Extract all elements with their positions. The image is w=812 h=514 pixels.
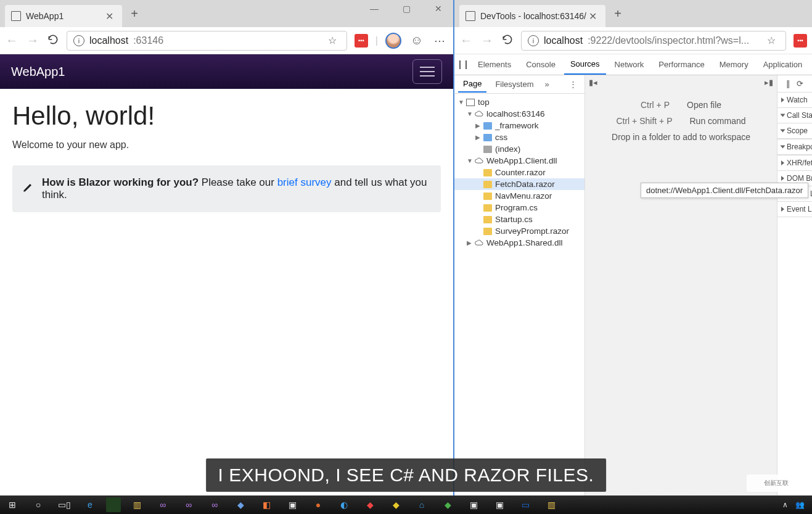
refresh-button[interactable] [501, 33, 514, 48]
more-subtabs-icon[interactable]: » [543, 80, 552, 89]
feedback-icon[interactable]: ☺ [409, 33, 425, 49]
tray-icon[interactable]: 👥 [795, 500, 805, 509]
tree-file[interactable]: SurveyPrompt.razor [454, 225, 584, 237]
back-button[interactable]: ← [5, 33, 18, 48]
page-icon [465, 11, 475, 21]
site-info-icon[interactable]: i [528, 35, 539, 46]
edge-icon[interactable]: e [80, 497, 100, 512]
app-icon[interactable]: ▣ [464, 497, 483, 512]
device-toolbar-icon[interactable] [465, 60, 467, 69]
browser-tab[interactable]: DevTools - localhost:63146/ ✕ [459, 5, 605, 27]
side-event[interactable]: Event Lis [777, 202, 812, 217]
app-icon[interactable]: ● [308, 497, 328, 512]
tab-network[interactable]: Network [609, 55, 650, 74]
search-button[interactable]: ○ [28, 497, 48, 512]
url-host: localhost [89, 35, 128, 46]
side-callstack[interactable]: Call Stac [777, 108, 812, 123]
app-icon[interactable]: ◆ [360, 497, 380, 512]
devtools-main: Page Filesystem » ⋮ ▼top ▼localhost:6314… [454, 75, 812, 514]
nav-toggle-button[interactable] [412, 59, 442, 84]
pause-icon[interactable]: ‖ [786, 79, 790, 88]
browser-tab[interactable]: WebApp1 ✕ [5, 5, 122, 27]
app-icon[interactable] [106, 497, 121, 512]
devtools-panel: Elements Console Sources Network Perform… [454, 54, 812, 514]
refresh-button[interactable] [47, 33, 59, 48]
side-scope[interactable]: Scope [777, 123, 812, 139]
new-tab-button[interactable]: + [126, 5, 143, 22]
tab-console[interactable]: Console [520, 55, 562, 74]
app-brand[interactable]: WebApp1 [11, 65, 65, 79]
menu-icon[interactable]: ⋯ [432, 33, 448, 49]
tree-shared-dll[interactable]: ▶WebApp1.Shared.dll [454, 237, 584, 249]
site-info-icon[interactable]: i [73, 35, 84, 46]
vs-icon[interactable]: ∞ [179, 497, 199, 512]
profile-avatar[interactable] [385, 33, 401, 49]
left-browser-window: — ▢ ✕ WebApp1 ✕ + ← → i localhost:63146 … [0, 0, 453, 514]
watermark-logo: 创新互联 [747, 475, 806, 492]
extension-badge[interactable]: ••• [794, 34, 807, 48]
tree-framework[interactable]: ▶_framework [454, 120, 584, 131]
tree-css[interactable]: ▶css [454, 131, 584, 143]
address-bar-row: ← → i localhost:9222/devtools/inspector.… [454, 27, 812, 54]
navigator-menu-icon[interactable]: ⋮ [565, 80, 581, 89]
forward-button[interactable]: → [26, 33, 39, 48]
app-icon[interactable]: ◆ [438, 497, 457, 512]
inspect-element-icon[interactable] [459, 60, 461, 69]
address-bar[interactable]: i localhost:63146 ☆ [67, 31, 347, 51]
address-bar[interactable]: i localhost:9222/devtools/inspector.html… [521, 31, 786, 51]
app-icon[interactable]: ▣ [490, 497, 509, 512]
start-button[interactable]: ⊞ [2, 497, 22, 512]
pencil-icon [22, 182, 33, 196]
minimize-button[interactable]: — [363, 4, 385, 14]
app-icon[interactable]: ▥ [541, 497, 561, 512]
toggle-debugger-icon[interactable]: ▸▮ [765, 78, 773, 87]
explorer-icon[interactable]: ▥ [127, 497, 147, 512]
new-tab-button[interactable]: + [609, 5, 626, 22]
app-icon[interactable]: ◐ [334, 497, 354, 512]
close-tab-icon[interactable]: ✕ [586, 10, 599, 22]
side-breakpoints[interactable]: Breakpoi [777, 139, 812, 155]
tree-file[interactable]: Startup.cs [454, 213, 584, 225]
tab-sources[interactable]: Sources [564, 54, 606, 75]
subtab-page[interactable]: Page [458, 76, 486, 93]
survey-link[interactable]: brief survey [277, 176, 332, 188]
app-icon[interactable]: ▭ [515, 497, 535, 512]
tray-icon[interactable]: ∧ [782, 500, 788, 509]
maximize-button[interactable]: ▢ [395, 4, 417, 14]
tree-client-dll[interactable]: ▼WebApp1.Client.dll [454, 155, 584, 167]
favorite-icon[interactable]: ☆ [763, 33, 779, 49]
vs-icon[interactable]: ∞ [205, 497, 224, 512]
close-button[interactable]: ✕ [427, 4, 449, 14]
task-view-button[interactable]: ▭▯ [54, 497, 74, 512]
favorite-icon[interactable]: ☆ [324, 33, 340, 49]
step-over-icon[interactable]: ⟳ [797, 79, 803, 88]
subtab-filesystem[interactable]: Filesystem [490, 77, 538, 92]
tab-application[interactable]: Application [757, 55, 809, 74]
tab-title: WebApp1 [26, 11, 103, 21]
tree-host[interactable]: ▼localhost:63146 [454, 108, 584, 120]
app-icon[interactable]: ◆ [386, 497, 406, 512]
tree-top[interactable]: ▼top [454, 96, 584, 108]
tab-performance[interactable]: Performance [652, 55, 710, 74]
app-icon[interactable]: ▣ [282, 497, 302, 512]
side-xhr[interactable]: XHR/fetc [777, 155, 812, 171]
tree-index[interactable]: (index) [454, 143, 584, 155]
side-watch[interactable]: Watch [777, 93, 812, 108]
extension-badge[interactable]: ••• [355, 34, 368, 48]
back-button[interactable]: ← [459, 33, 473, 48]
forward-button[interactable]: → [480, 33, 494, 48]
tree-file[interactable]: Counter.razor [454, 167, 584, 178]
close-tab-icon[interactable]: ✕ [103, 10, 116, 22]
vs-icon[interactable]: ∞ [153, 497, 173, 512]
tree-file-selected[interactable]: FetchData.razor [454, 178, 584, 190]
app-icon[interactable]: ◧ [256, 497, 276, 512]
debugger-sidebar: ‖ ⟳ Watch Call Stac Scope Breakpoi XHR/f… [777, 75, 812, 514]
tree-file[interactable]: Program.cs [454, 202, 584, 213]
app-icon[interactable]: ⌂ [412, 497, 432, 512]
tree-file[interactable]: NavMenu.razor [454, 190, 584, 202]
system-tray[interactable]: ∧ 👥 [782, 500, 810, 509]
toggle-navigator-icon[interactable]: ▮◂ [589, 78, 597, 87]
tab-elements[interactable]: Elements [472, 55, 517, 74]
app-icon[interactable]: ◆ [231, 497, 250, 512]
tab-memory[interactable]: Memory [713, 55, 755, 74]
